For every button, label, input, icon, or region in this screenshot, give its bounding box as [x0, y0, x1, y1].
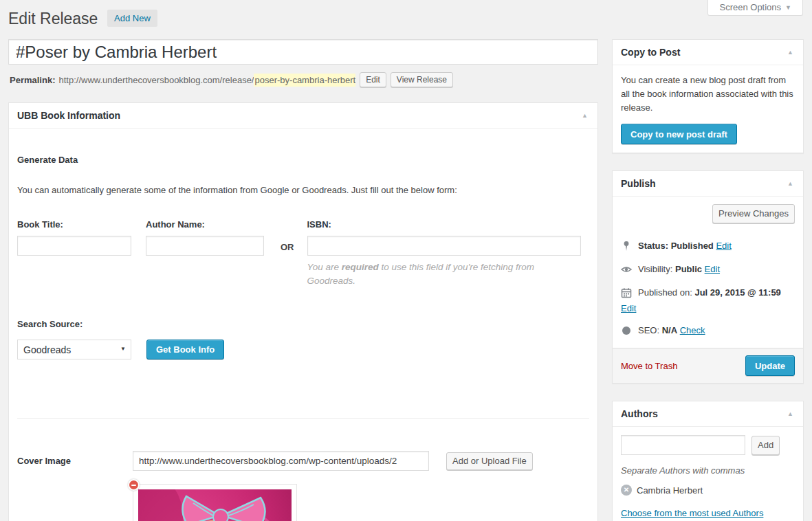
view-release-button[interactable]: View Release — [391, 72, 453, 87]
permalink-label: Permalink: — [10, 75, 55, 85]
search-source-label: Search Source: — [17, 319, 589, 329]
search-source-select[interactable]: Goodreads — [17, 340, 131, 359]
get-book-info-button[interactable]: Get Book Info — [146, 340, 224, 359]
copy-to-post-header[interactable]: Copy to Post ▲ — [613, 40, 803, 65]
visibility-row: Visibility: Public Edit — [621, 263, 795, 276]
copy-to-post-box: Copy to Post ▲ You can create a new blog… — [612, 39, 804, 153]
chevron-down-icon: ▼ — [785, 4, 791, 11]
author-name-label: Author Name: — [146, 219, 264, 230]
preview-changes-button[interactable]: Preview Changes — [712, 204, 795, 223]
box-title: Copy to Post — [621, 47, 680, 58]
permalink-edit-button[interactable]: Edit — [360, 72, 386, 87]
update-button[interactable]: Update — [745, 355, 795, 376]
visibility-eye-icon — [621, 264, 632, 275]
isbn-hint: You are required to use this field if yo… — [307, 260, 581, 287]
edit-published-on-link[interactable]: Edit — [621, 303, 636, 313]
ubb-metabox-header[interactable]: UBB Book Information ▲ — [9, 103, 597, 129]
isbn-label: ISBN: — [307, 219, 581, 230]
choose-most-used-authors-link[interactable]: Choose from the most used Authors — [621, 508, 763, 518]
metabox-title: UBB Book Information — [17, 110, 120, 121]
move-to-trash-link[interactable]: Move to Trash — [621, 361, 677, 371]
publishing-actions: Move to Trash Update — [613, 348, 803, 383]
box-title: Authors — [621, 408, 658, 419]
or-label: OR — [264, 219, 307, 287]
new-author-input[interactable] — [621, 435, 745, 455]
copy-to-post-description: You can create a new blog post draft fro… — [621, 74, 795, 115]
add-or-upload-file-button[interactable]: Add or Upload File — [446, 452, 533, 470]
screen-options-label: Screen Options — [719, 2, 781, 12]
ubb-book-information-metabox: UBB Book Information ▲ Generate Data You… — [8, 102, 598, 521]
cover-image-url-input[interactable] — [133, 451, 429, 471]
remove-cover-icon[interactable] — [128, 479, 140, 491]
author-chip: ✕ Cambria Herbert — [621, 485, 795, 496]
publish-header[interactable]: Publish ▲ — [613, 171, 803, 197]
box-title: Publish — [621, 178, 656, 189]
calendar-icon — [621, 287, 632, 298]
add-author-button[interactable]: Add — [751, 436, 780, 455]
permalink-slug: poser-by-cambria-herbert — [254, 74, 355, 87]
page-title: Edit Release — [8, 10, 98, 27]
edit-visibility-link[interactable]: Edit — [705, 264, 720, 274]
cover-image — [138, 489, 292, 521]
collapse-arrow-icon[interactable]: ▲ — [786, 410, 795, 417]
status-row: Status: Published Edit — [621, 240, 795, 252]
seo-row: SEO: N/A Check — [621, 324, 795, 337]
generate-data-heading: Generate Data — [17, 155, 589, 165]
collapse-arrow-icon[interactable]: ▲ — [786, 49, 795, 56]
permalink: Permalink: http://www.underthecoversbook… — [10, 72, 598, 87]
cover-image-thumbnail — [133, 484, 297, 521]
seo-check-link[interactable]: Check — [680, 325, 705, 335]
remove-author-icon[interactable]: ✕ — [621, 485, 632, 496]
book-title-input[interactable] — [17, 236, 131, 256]
page-head: Edit Release Add New — [0, 0, 812, 30]
seo-status-dot-icon — [621, 325, 632, 336]
edit-status-link[interactable]: Edit — [716, 241, 731, 251]
author-name-input[interactable] — [146, 236, 264, 256]
status-pin-icon — [621, 241, 632, 252]
authors-header[interactable]: Authors ▲ — [613, 401, 803, 427]
cover-image-label: Cover Image — [17, 456, 133, 466]
published-on-row: Published on: Jul 29, 2015 @ 11:59 — [621, 287, 795, 299]
authors-hint: Separate Authors with commas — [621, 465, 795, 476]
authors-box: Authors ▲ Add Separate Authors with comm… — [612, 401, 804, 521]
add-new-button[interactable]: Add New — [107, 10, 157, 27]
generate-data-intro: You can automatically generate some of t… — [17, 185, 589, 195]
post-title-input[interactable] — [8, 39, 598, 65]
copy-to-new-post-draft-button[interactable]: Copy to new post draft — [621, 124, 737, 144]
isbn-input[interactable] — [307, 236, 581, 256]
book-title-label: Book Title: — [17, 219, 131, 230]
permalink-link[interactable]: http://www.underthecoversbookblog.com/re… — [58, 75, 355, 85]
collapse-arrow-icon[interactable]: ▲ — [786, 180, 795, 187]
screen-options-tab[interactable]: Screen Options ▼ — [707, 0, 803, 16]
section-divider — [17, 418, 589, 419]
author-name: Cambria Herbert — [637, 485, 703, 496]
collapse-arrow-icon[interactable]: ▲ — [580, 112, 589, 119]
publish-box: Publish ▲ Preview Changes Status: Publis… — [612, 170, 804, 384]
